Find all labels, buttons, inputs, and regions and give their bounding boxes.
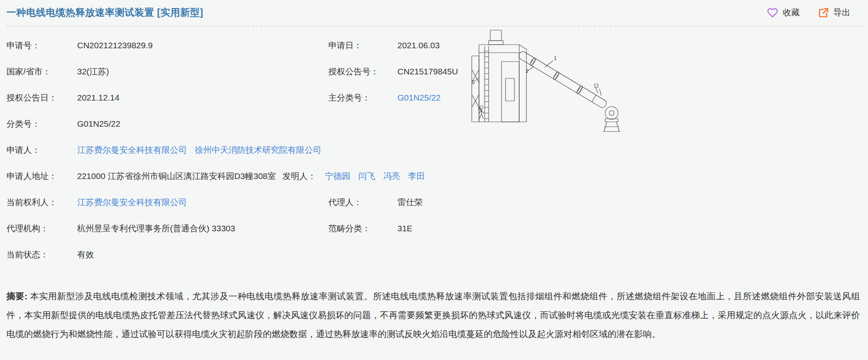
applicant-link[interactable]: 徐州中天消防技术研究院有限公司	[195, 145, 321, 154]
applicant-address-value: 221000 江苏省徐州市铜山区漓江路安科园D3幢308室	[77, 171, 276, 182]
abstract-label: 摘要:	[6, 291, 27, 301]
application-no-label: 申请号：	[6, 40, 77, 51]
grant-pub-no-value: CN215179845U	[397, 67, 466, 76]
inventor-link[interactable]: 冯亮	[383, 171, 400, 181]
abstract-section: 摘要:本实用新型涉及电线电缆检测技术领域，尤其涉及一种电线电缆热释放速率测试装置…	[0, 287, 868, 344]
inventor-link[interactable]: 李田	[408, 171, 425, 181]
current-status-label: 当前状态：	[6, 249, 77, 260]
class-no-value: G01N25/22	[77, 119, 328, 129]
field-row-class-no: 分类号： G01N25/22	[6, 111, 466, 137]
current-assignee-link-wrap: 江苏费尔曼安全科技有限公司	[77, 197, 328, 208]
field-row-country: 国家/省市： 32(江苏) 授权公告号： CN215179845U	[6, 58, 466, 84]
country-province-value: 32(江苏)	[77, 66, 328, 77]
field-row-assignee: 当前权利人： 江苏费尔曼安全科技有限公司 代理人： 雷仕荣	[6, 189, 466, 215]
export-button[interactable]: 导出	[818, 7, 850, 18]
favorite-button[interactable]: 收藏	[767, 7, 800, 18]
applicants-links: 江苏费尔曼安全科技有限公司 徐州中天消防技术研究院有限公司	[77, 144, 321, 156]
grant-pub-date-value: 2021.12.14	[77, 93, 328, 103]
category-class-label: 范畴分类：	[328, 223, 397, 234]
main-class-link-wrap: G01N25/22	[397, 93, 466, 103]
favorite-label: 收藏	[783, 7, 800, 18]
current-assignee-link[interactable]: 江苏费尔曼安全科技有限公司	[77, 197, 187, 207]
agent-value: 雷仕荣	[397, 197, 466, 208]
inventors-links: 宁德园 闫飞 冯亮 李田	[325, 171, 425, 182]
field-row-agency: 代理机构： 杭州昱呈专利代理事务所(普通合伙) 33303 范畴分类： 31E	[6, 215, 466, 241]
grant-pub-no-label: 授权公告号：	[328, 66, 397, 77]
main-class-label: 主分类号：	[328, 92, 397, 103]
agency-label: 代理机构：	[6, 223, 77, 234]
header-actions: 收藏 导出	[767, 7, 850, 18]
heart-icon	[767, 7, 778, 18]
agent-label: 代理人：	[328, 197, 397, 208]
patent-header: 一种电线电缆热释放速率测试装置 [实用新型] 收藏 导出	[0, 0, 868, 23]
inventor-link[interactable]: 宁德园	[325, 171, 350, 181]
current-assignee-label: 当前权利人：	[6, 197, 77, 208]
export-label: 导出	[833, 7, 850, 18]
application-date-value: 2021.06.03	[397, 41, 466, 50]
class-no-label: 分类号：	[6, 118, 77, 130]
application-no-value: CN202121239829.9	[77, 41, 328, 50]
field-row-status: 当前状态： 有效	[6, 241, 466, 267]
current-status-value: 有效	[77, 249, 328, 260]
drawing-callout-1: 1	[554, 55, 557, 61]
applicants-label: 申请人：	[6, 144, 77, 156]
applicant-link[interactable]: 江苏费尔曼安全科技有限公司	[77, 145, 187, 154]
drawing-callout-6: 6	[478, 106, 481, 112]
field-row-address-inventors: 申请人地址： 221000 江苏省徐州市铜山区漓江路安科园D3幢308室 发明人…	[6, 163, 466, 189]
main-class-link[interactable]: G01N25/22	[397, 93, 440, 102]
inventor-link[interactable]: 闫飞	[358, 171, 375, 181]
country-province-label: 国家/省市：	[6, 66, 77, 77]
application-date-label: 申请日：	[328, 40, 397, 51]
field-row-application-no: 申请号： CN202121239829.9 申请日： 2021.06.03	[6, 32, 466, 58]
patent-detail-fields: 申请号： CN202121239829.9 申请日： 2021.06.03 国家…	[0, 27, 466, 267]
drawing-callout-2: 2	[526, 68, 528, 74]
inventors-label: 发明人：	[283, 171, 316, 182]
grant-pub-date-label: 授权公告日：	[6, 92, 77, 103]
field-row-grant-date: 授权公告日： 2021.12.14 主分类号： G01N25/22	[6, 84, 466, 111]
applicant-address-label: 申请人地址：	[6, 171, 77, 182]
export-icon	[818, 7, 829, 18]
field-row-applicants: 申请人： 江苏费尔曼安全科技有限公司 徐州中天消防技术研究院有限公司	[6, 137, 466, 163]
patent-drawing-figure: 1 2 5 6	[470, 29, 627, 134]
drawing-callout-5: 5	[472, 79, 475, 85]
page-title: 一种电线电缆热释放速率测试装置 [实用新型]	[6, 6, 203, 19]
agency-value: 杭州昱呈专利代理事务所(普通合伙) 33303	[77, 223, 328, 234]
abstract-text: 本实用新型涉及电线电缆检测技术领域，尤其涉及一种电线电缆热释放速率测试装置。所述…	[6, 291, 860, 339]
patent-drawing: 1 2 5 6	[470, 29, 627, 134]
category-class-value: 31E	[397, 224, 466, 233]
